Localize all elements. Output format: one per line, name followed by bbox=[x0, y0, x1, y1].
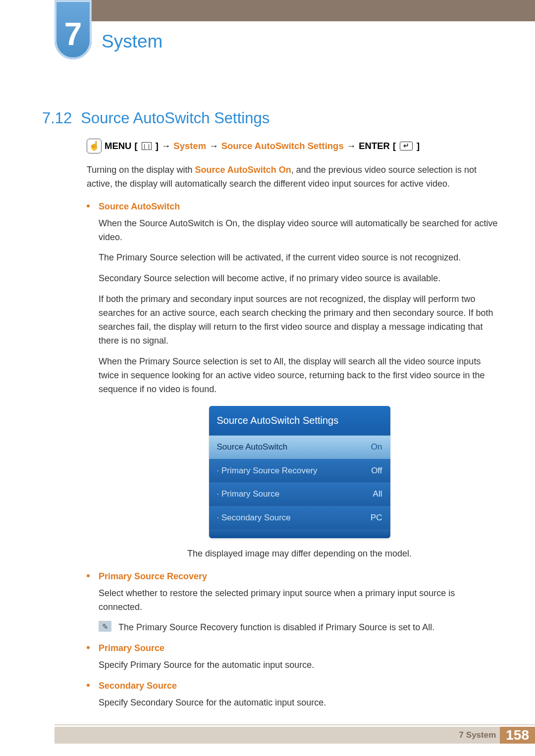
content-area: ☝ MENU [] → System → Source AutoSwitch S… bbox=[87, 139, 500, 717]
menu-icon bbox=[142, 142, 152, 150]
osd-row-primary-source[interactable]: Primary Source All bbox=[209, 482, 390, 505]
osd-row-secondary-source[interactable]: Secondary Source PC bbox=[209, 506, 390, 529]
nav-system: System bbox=[173, 139, 206, 153]
chapter-title: System bbox=[102, 27, 162, 55]
osd-caption: The displayed image may differ depending… bbox=[99, 547, 500, 561]
bullet-secondary-source: Secondary Source Specify Secondary Sourc… bbox=[87, 679, 500, 710]
osd-row-primary-recovery[interactable]: Primary Source Recovery Off bbox=[209, 459, 390, 482]
footer: 7 System 158 bbox=[54, 724, 535, 744]
osd-title: Source AutoSwitch Settings bbox=[209, 406, 390, 436]
menu-path: ☝ MENU [] → System → Source AutoSwitch S… bbox=[87, 139, 500, 153]
nav-settings: Source AutoSwitch Settings bbox=[221, 139, 344, 153]
top-bar bbox=[54, 0, 535, 21]
intro-paragraph: Turning on the display with Source AutoS… bbox=[87, 163, 500, 191]
bullet-primary-source: Primary Source Specify Primary Source fo… bbox=[87, 642, 500, 672]
chapter-tab: 7 bbox=[54, 0, 92, 59]
section-title: Source AutoSwitch Settings bbox=[81, 109, 269, 127]
footer-chapter: 7 System bbox=[459, 729, 496, 742]
osd-panel: Source AutoSwitch Settings Source AutoSw… bbox=[209, 406, 390, 538]
osd-row-source-autoswitch[interactable]: Source AutoSwitch On bbox=[209, 436, 390, 458]
menu-label: MENU bbox=[105, 139, 131, 153]
enter-label: ENTER bbox=[359, 139, 390, 153]
section-heading: 7.12Source AutoSwitch Settings bbox=[42, 106, 269, 130]
section-number: 7.12 bbox=[42, 109, 72, 127]
page-number: 158 bbox=[500, 727, 535, 744]
enter-icon: ↵ bbox=[400, 142, 413, 151]
note-icon: ✎ bbox=[99, 621, 111, 632]
note: ✎ The Primary Source Recovery function i… bbox=[99, 621, 500, 635]
chapter-number: 7 bbox=[64, 10, 82, 59]
manual-page: 7 System 7.12Source AutoSwitch Settings … bbox=[0, 0, 535, 756]
bullet-primary-recovery: Primary Source Recovery Select whether t… bbox=[87, 570, 500, 635]
hand-icon: ☝ bbox=[87, 139, 102, 153]
bullet-source-autoswitch: Source AutoSwitch When the Source AutoSw… bbox=[87, 200, 500, 561]
